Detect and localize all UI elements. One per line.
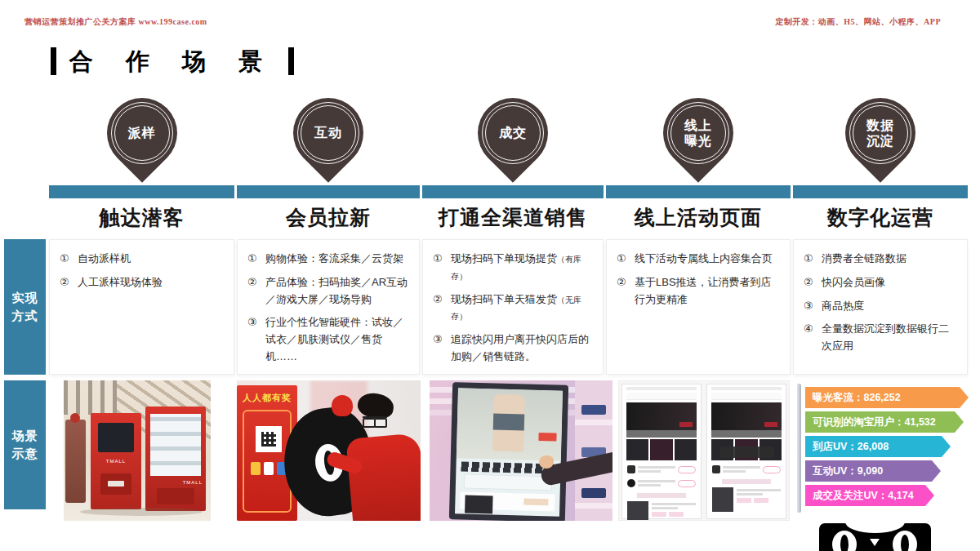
list-row — [627, 464, 696, 474]
person-hand — [539, 455, 554, 469]
machine-brand-label: TMALL — [183, 480, 203, 485]
person-glasses — [363, 416, 387, 422]
product-tiles — [251, 462, 287, 475]
clothes-shelf — [575, 380, 612, 521]
hero-banner — [626, 402, 697, 430]
follow-pill — [678, 480, 696, 487]
kiosk — [65, 420, 86, 503]
funnel-axis — [797, 384, 801, 513]
implementation-panel-omnichannel: ①现场扫码下单现场提货（有库存） ②现场扫码下单天猫发货（无库存） ③追踪快闪用… — [422, 239, 604, 375]
photo-activity-pages — [618, 380, 790, 521]
product-row — [627, 501, 696, 521]
slide: 营销运营策划推广公关方案库 www.199case.com 定制开发：动画、H5… — [0, 0, 980, 551]
follow-pill — [678, 466, 696, 473]
site-watermark: 营销运营策划推广公关方案库 www.199case.com — [24, 16, 207, 28]
row-label-scene: 场景 示意 — [4, 380, 46, 509]
timeline-bar — [606, 185, 791, 198]
ceiling-beams — [64, 380, 125, 415]
machine-screen — [98, 423, 134, 452]
list-item: ②产品体验：扫码抽奖／AR互动／游戏大屏／现场导购 — [247, 274, 411, 309]
pin-label: 线上曝光 — [663, 98, 733, 168]
list-row — [712, 464, 781, 474]
cat-head-arch — [845, 511, 905, 533]
options-row — [464, 474, 552, 491]
nav-bar — [711, 393, 782, 400]
pin-interaction: 互动 — [237, 98, 420, 188]
implementation-panel-member: ①购物体验：客流采集／云货架 ②产品体验：扫码抽奖／AR互动／游戏大屏／现场导购… — [237, 239, 420, 375]
list-item: ①消费者全链路数据 — [804, 251, 959, 268]
section-header — [722, 479, 771, 484]
product-row — [712, 487, 781, 512]
status-bar — [626, 387, 697, 390]
timeline-bar — [49, 185, 234, 198]
touchscreen-ui — [455, 388, 563, 516]
sub-banner — [626, 430, 697, 438]
machine-dispenser — [100, 473, 131, 495]
screen-button — [538, 433, 556, 442]
pin-label: 互动 — [293, 98, 363, 168]
funnel-stats: 曝光客流：826,252 可识别的淘宝用户：41,532 到店UV：26,008… — [797, 382, 970, 516]
title-left-bar-icon — [51, 47, 56, 75]
list-item: ①现场扫码下单现场提货（有库存） — [433, 251, 595, 285]
list-item: ④全量数据沉淀到数据银行二次应用 — [804, 321, 959, 355]
pin-deal: 成交 — [422, 98, 604, 188]
funnel-bar-exposure: 曝光客流：826,252 — [805, 387, 969, 408]
implementation-panel-digital-ops: ①消费者全链路数据 ②快闪会员画像 ③商品热度 ④全量数据沉淀到数据银行二次应用 — [793, 239, 968, 375]
touchscreen-frame — [449, 382, 568, 521]
page-title-text: 合 作 场 景 — [69, 47, 275, 76]
outfit-preview — [457, 388, 563, 460]
phone-screenshot — [706, 384, 786, 519]
person-red-jacket — [345, 433, 421, 521]
timeline-bar — [422, 185, 604, 198]
floor-shadow — [80, 508, 203, 516]
pin-sampling: 派样 — [49, 98, 234, 188]
list-row — [627, 478, 696, 488]
list-item: ②现场扫码下单天猫发货（无库存） — [433, 291, 595, 326]
list-item: ②基于LBS推送，让消费者到店行为更精准 — [617, 274, 782, 309]
funnel-bar-deal-uv: 成交及关注UV：4,174 — [805, 485, 934, 506]
list-item: ③追踪快闪用户离开快闪店后的加购／销售链路。 — [433, 331, 595, 366]
list-item: ②人工派样现场体验 — [60, 274, 225, 291]
pin-label: 数据沉淀 — [845, 98, 915, 168]
timeline-bar — [237, 185, 420, 198]
person-hand — [322, 457, 335, 469]
status-bar — [711, 387, 782, 390]
phone-screenshot — [621, 384, 702, 519]
pin-label: 成交 — [478, 98, 548, 168]
poster-text: 人人都有奖 — [237, 392, 297, 404]
follow-pill — [763, 466, 781, 473]
toast-overlay — [720, 447, 774, 458]
section-header — [637, 493, 686, 498]
hero-banner — [711, 402, 782, 430]
list-item: ③商品热度 — [804, 298, 959, 315]
detail-panel — [460, 491, 555, 511]
photo-interaction: 人人都有奖 — [237, 380, 421, 521]
tmall-cat-logo-icon — [819, 523, 931, 551]
column-title-member: 会员拉新 — [237, 204, 420, 231]
machine-brand-label: TMALL — [91, 459, 141, 464]
row-label-implementation: 实现 方式 — [4, 239, 46, 375]
pin-online-exposure: 线上曝光 — [606, 98, 791, 188]
timeline-bar — [793, 185, 968, 198]
sub-banner — [711, 430, 782, 438]
photo-sampling-machines: TMALL TMALL — [64, 380, 211, 521]
list-item: ③行业个性化智能硬件：试妆／试衣／肌肤测试仪／售货机…… — [247, 314, 411, 365]
column-title-online-page: 线上活动页面 — [606, 204, 791, 231]
list-item: ①购物体验：客流采集／云货架 — [247, 251, 411, 268]
vending-machine: TMALL — [91, 413, 141, 509]
machine-window — [150, 414, 201, 476]
column-title-digital-ops: 数字化运营 — [793, 204, 968, 231]
thumbnail-row — [626, 439, 697, 460]
person-red-cap — [332, 395, 353, 416]
services-watermark: 定制开发：动画、H5、网站、小程序、APP — [775, 16, 941, 28]
cat-nose — [870, 539, 880, 546]
list-item: ②快闪会员画像 — [804, 274, 959, 291]
vending-machine: TMALL — [145, 407, 206, 511]
list-item: ①自动派样机 — [60, 251, 225, 268]
pin-label: 派样 — [107, 98, 177, 168]
funnel-bar-taobao-users: 可识别的淘宝用户：41,532 — [805, 411, 964, 433]
qr-code-icon — [256, 426, 282, 452]
nav-bar — [626, 393, 697, 400]
photo-touchscreen — [430, 380, 612, 521]
column-title-omnichannel: 打通全渠道销售 — [422, 204, 604, 231]
